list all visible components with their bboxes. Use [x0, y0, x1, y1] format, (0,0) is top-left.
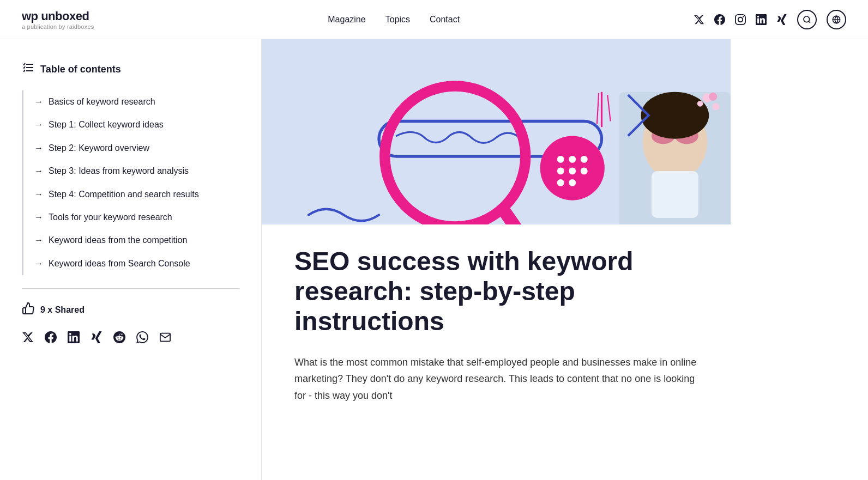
article-title: SEO success with keyword research: step-…	[294, 246, 698, 337]
svg-point-15	[581, 167, 588, 174]
svg-point-17	[569, 179, 576, 186]
svg-point-11	[569, 156, 576, 163]
thumbs-up-icon	[22, 302, 35, 318]
toc-list: → Basics of keyword research → Step 1: C…	[22, 90, 239, 275]
toc-link-4[interactable]: Step 3: Ideas from keyword analysis	[49, 165, 189, 177]
linkedin-share-icon[interactable]	[68, 331, 80, 347]
svg-rect-28	[652, 171, 698, 218]
toc-link-2[interactable]: Step 1: Collect keyword ideas	[49, 119, 164, 131]
whatsapp-share-icon[interactable]	[136, 331, 148, 347]
toc-item-3[interactable]: → Step 2: Keyword overview	[34, 137, 239, 160]
arrow-icon-8: →	[34, 259, 43, 269]
nav-magazine[interactable]: Magazine	[328, 15, 365, 25]
xing-icon[interactable]	[776, 14, 787, 25]
toc-item-6[interactable]: → Tools for your keyword research	[34, 206, 239, 229]
hero-image	[262, 39, 731, 224]
svg-point-23	[641, 92, 709, 139]
xing-share-icon[interactable]	[91, 331, 103, 347]
article-body: SEO success with keyword research: step-…	[262, 224, 731, 426]
toc-link-8[interactable]: Keyword ideas from Search Console	[49, 258, 190, 270]
toc-item-1[interactable]: → Basics of keyword research	[34, 90, 239, 113]
toc-link-6[interactable]: Tools for your keyword research	[49, 211, 172, 223]
header-actions	[694, 10, 846, 29]
arrow-icon-3: →	[34, 143, 43, 153]
toc-item-7[interactable]: → Keyword ideas from the competition	[34, 229, 239, 252]
instagram-icon[interactable]	[735, 14, 746, 25]
svg-point-10	[557, 156, 564, 163]
shared-count: 9 x Shared	[40, 305, 85, 315]
nav-topics[interactable]: Topics	[385, 15, 410, 25]
toc-icon	[22, 61, 35, 77]
site-header: wp unboxed a publication by raidboxes Ma…	[0, 0, 868, 39]
svg-point-16	[557, 179, 564, 186]
main-content: SEO success with keyword research: step-…	[262, 39, 731, 480]
toc-link-3[interactable]: Step 2: Keyword overview	[49, 142, 149, 154]
arrow-icon-4: →	[34, 166, 43, 176]
toc-link-5[interactable]: Step 4: Competition and search results	[49, 189, 199, 200]
nav-contact[interactable]: Contact	[430, 15, 460, 25]
email-share-icon[interactable]	[159, 331, 171, 347]
twitter-share-icon[interactable]	[22, 331, 34, 347]
toc-link-1[interactable]: Basics of keyword research	[49, 96, 155, 108]
toc-item-4[interactable]: → Step 3: Ideas from keyword analysis	[34, 160, 239, 183]
shared-section: 9 x Shared	[22, 302, 239, 318]
social-share-row	[22, 331, 239, 347]
search-button[interactable]	[797, 10, 817, 29]
page-wrapper: Table of contents → Basics of keyword re…	[0, 39, 868, 480]
twitter-icon[interactable]	[694, 14, 704, 25]
article-intro: What is the most common mistake that sel…	[294, 354, 698, 404]
logo-sub: a publication by raidboxes	[22, 23, 94, 30]
arrow-icon-6: →	[34, 212, 43, 222]
svg-point-26	[697, 101, 703, 107]
linkedin-icon[interactable]	[756, 14, 767, 25]
arrow-icon-2: →	[34, 120, 43, 130]
svg-point-13	[557, 167, 564, 174]
toc-item-2[interactable]: → Step 1: Collect keyword ideas	[34, 113, 239, 136]
language-button[interactable]	[827, 10, 846, 29]
logo-main: wp unboxed	[22, 9, 94, 23]
svg-point-14	[569, 167, 576, 174]
arrow-icon-5: →	[34, 190, 43, 199]
toc-header: Table of contents	[22, 61, 239, 77]
main-nav: Magazine Topics Contact	[328, 15, 460, 25]
logo[interactable]: wp unboxed a publication by raidboxes	[22, 9, 94, 30]
toc-item-8[interactable]: → Keyword ideas from Search Console	[34, 252, 239, 275]
sidebar: Table of contents → Basics of keyword re…	[0, 39, 262, 480]
toc-divider	[22, 288, 239, 289]
facebook-icon[interactable]	[714, 14, 725, 25]
toc-item-5[interactable]: → Step 4: Competition and search results	[34, 183, 239, 206]
facebook-share-icon[interactable]	[45, 331, 57, 347]
svg-point-12	[581, 156, 588, 163]
arrow-icon-7: →	[34, 235, 43, 245]
svg-point-25	[713, 103, 720, 110]
svg-point-27	[709, 93, 717, 101]
reddit-share-icon[interactable]	[113, 331, 125, 347]
toc-link-7[interactable]: Keyword ideas from the competition	[49, 234, 187, 246]
arrow-icon-1: →	[34, 97, 43, 107]
svg-point-0	[804, 16, 810, 22]
toc-title: Table of contents	[40, 64, 121, 75]
